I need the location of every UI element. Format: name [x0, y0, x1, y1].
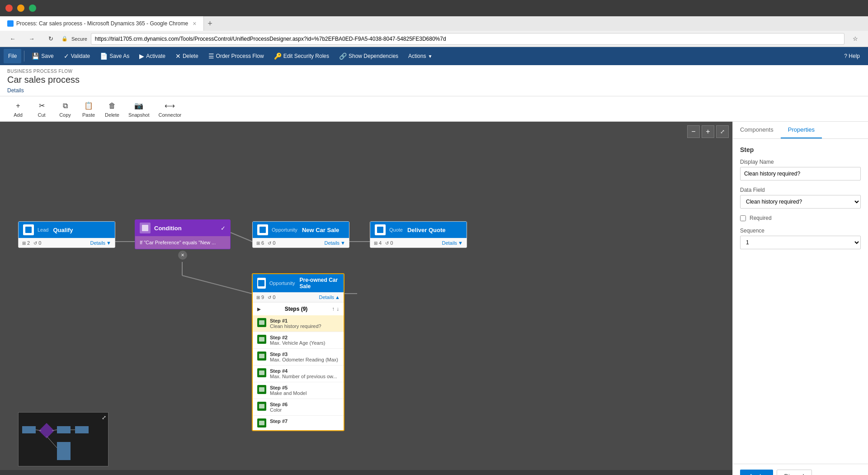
preowned-header: Opportunity Pre-owned Car Sale: [253, 274, 344, 292]
step-2-num: Step #2: [270, 335, 326, 340]
bookmark-btn[interactable]: ☆: [846, 31, 864, 47]
quote-node[interactable]: Quote Deliver Quote ⊞ 4 ↺ 0 Details ▼: [370, 221, 467, 248]
condition-header: Condition ✓: [135, 220, 230, 236]
win-close-btn[interactable]: [5, 5, 13, 12]
validate-btn[interactable]: ✓ Validate: [59, 49, 94, 63]
lead-flows-count: 0: [38, 240, 41, 246]
step-3-num: Step #3: [270, 352, 338, 357]
opp-new-details-btn[interactable]: Details ▼: [324, 240, 345, 246]
preowned-details-btn[interactable]: Details ▲: [319, 294, 340, 300]
sort-up-icon[interactable]: ↑: [332, 306, 335, 312]
lead-node-icon-inner: [25, 227, 32, 233]
sequence-select[interactable]: 1 2 3: [740, 236, 861, 249]
quote-header: Quote Deliver Quote: [370, 222, 467, 238]
order-process-flow-btn[interactable]: ☰ Order Process Flow: [204, 49, 269, 63]
components-tab[interactable]: Components: [733, 122, 781, 138]
fit-btn[interactable]: ⤢: [716, 125, 729, 138]
zoom-out-btn[interactable]: −: [687, 125, 700, 138]
sort-down-icon[interactable]: ↓: [336, 306, 339, 312]
step-1-item[interactable]: Step #1 Clean history required?: [253, 315, 344, 332]
zoom-in-btn[interactable]: +: [702, 125, 714, 138]
edit-security-roles-btn[interactable]: 🔑 Edit Security Roles: [269, 49, 334, 63]
activate-btn[interactable]: ▶ Activate: [135, 49, 170, 63]
save-as-label: Save As: [109, 53, 129, 59]
condition-close-btn[interactable]: ×: [178, 251, 187, 260]
lead-steps-icon: ⊞: [22, 241, 26, 246]
condition-node[interactable]: Condition ✓ If "Car Preference" equals "…: [135, 219, 231, 249]
preowned-footer: ⊞ 9 ↺ 0 Details ▲: [253, 292, 344, 302]
address-bar-row: ← → ↻ 🔒 Secure ☆: [0, 31, 868, 47]
details-link[interactable]: Details: [7, 87, 24, 94]
opportunity-new-node[interactable]: Opportunity New Car Sale ⊞ 6 ↺ 0 Details…: [252, 221, 349, 248]
browser-tab-active[interactable]: Process: Car sales process - Microsoft D…: [0, 16, 204, 31]
preowned-flows-icon: ↺: [268, 295, 271, 300]
step-5-item[interactable]: Step #5 Make and Model: [253, 382, 344, 399]
copy-cmd-btn[interactable]: ⧉ Copy: [54, 97, 76, 121]
data-field-select[interactable]: Clean history required?: [740, 195, 861, 209]
snapshot-cmd-btn[interactable]: 📷 Snapshot: [125, 97, 153, 121]
step-6-icon: [257, 402, 266, 411]
properties-tab[interactable]: Properties: [781, 122, 822, 138]
opp-new-icon-inner: [259, 227, 266, 233]
add-cmd-btn[interactable]: + Add: [7, 97, 29, 121]
main-area: − + ⤢ Lead Qualify: [0, 122, 868, 475]
win-min-btn[interactable]: [17, 5, 24, 12]
refresh-btn[interactable]: ↻: [42, 31, 60, 47]
page-title: Car sales process: [7, 75, 861, 85]
step-5-text: Step #5 Make and Model: [270, 385, 307, 396]
show-dependencies-btn[interactable]: 🔗 Show Dependencies: [335, 49, 403, 63]
lead-node-header: Lead Qualify: [19, 222, 115, 238]
delete-cmd-btn[interactable]: 🗑 Delete: [101, 97, 123, 121]
step-2-item[interactable]: Step #2 Max. Vehicle Age (Years): [253, 332, 344, 349]
triangle-icon: ▸: [257, 305, 260, 313]
lead-qualify-node[interactable]: Lead Qualify ⊞ 2 ↺ 0 Details ▼: [18, 221, 115, 248]
secure-icon: 🔒: [61, 36, 68, 42]
validate-label: Validate: [71, 53, 90, 59]
save-as-btn[interactable]: 📄 Save As: [95, 49, 134, 63]
opportunity-preowned-node[interactable]: Opportunity Pre-owned Car Sale ⊞ 9 ↺ 0 D…: [252, 273, 344, 431]
copy-icon: ⧉: [60, 100, 71, 111]
connector-cmd-btn[interactable]: ⟷ Connector: [155, 97, 185, 121]
address-input[interactable]: [91, 33, 844, 45]
step-6-item[interactable]: Step #6 Color: [253, 399, 344, 416]
step-1-num: Step #1: [270, 318, 321, 323]
browser-tabs: Process: Car sales process - Microsoft D…: [0, 16, 868, 31]
save-btn[interactable]: 💾 Save: [27, 49, 58, 63]
connector-label: Connector: [158, 112, 181, 118]
canvas-area[interactable]: − + ⤢ Lead Qualify: [0, 122, 732, 475]
cut-cmd-btn[interactable]: ✂ Cut: [31, 97, 52, 121]
step-1-text: Step #1 Clean history required?: [270, 318, 321, 329]
step-section-title: Step: [740, 146, 861, 153]
quote-details-label: Details: [442, 240, 457, 246]
back-btn[interactable]: ←: [4, 31, 22, 47]
opp-new-steps-icon: ⊞: [256, 241, 260, 246]
step-5-icon-inner: [259, 387, 264, 392]
add-label: Add: [14, 112, 23, 118]
actions-btn[interactable]: Actions ▼: [404, 49, 437, 63]
lead-chevron-icon: ▼: [106, 240, 111, 246]
preowned-chevron-up-icon: ▲: [335, 294, 340, 300]
quote-steps-stat: ⊞ 4: [374, 240, 382, 246]
discard-btn[interactable]: Discard: [777, 470, 812, 475]
step-7-item[interactable]: Step #7: [253, 416, 344, 430]
quote-flows-icon: ↺: [385, 241, 389, 246]
step-4-item[interactable]: Step #4 Max. Number of previous ow...: [253, 366, 344, 382]
required-checkbox[interactable]: [740, 215, 746, 221]
help-btn[interactable]: ? Help: [840, 49, 864, 63]
lead-details-btn[interactable]: Details ▼: [90, 240, 111, 246]
forward-btn[interactable]: →: [23, 31, 41, 47]
quote-details-btn[interactable]: Details ▼: [442, 240, 463, 246]
steps-section: ▸ Steps (9) ↑ ↓ Step #1 Clean history re…: [253, 302, 344, 430]
paste-cmd-btn[interactable]: 📋 Paste: [78, 97, 99, 121]
apply-btn[interactable]: Apply: [740, 470, 773, 475]
step-3-item[interactable]: Step #3 Max. Odometer Reading (Max): [253, 349, 344, 366]
win-max-btn[interactable]: [29, 5, 36, 12]
display-name-input[interactable]: [740, 167, 861, 180]
opp-new-icon: [257, 224, 268, 235]
tab-close-icon[interactable]: ×: [193, 20, 196, 27]
delete-btn[interactable]: ✕ Delete: [171, 49, 203, 63]
required-checkbox-row: Required: [740, 215, 861, 221]
file-menu-btn[interactable]: File: [4, 49, 21, 63]
new-tab-btn[interactable]: +: [204, 15, 216, 32]
opp-new-steps-stat: ⊞ 6: [256, 240, 264, 246]
